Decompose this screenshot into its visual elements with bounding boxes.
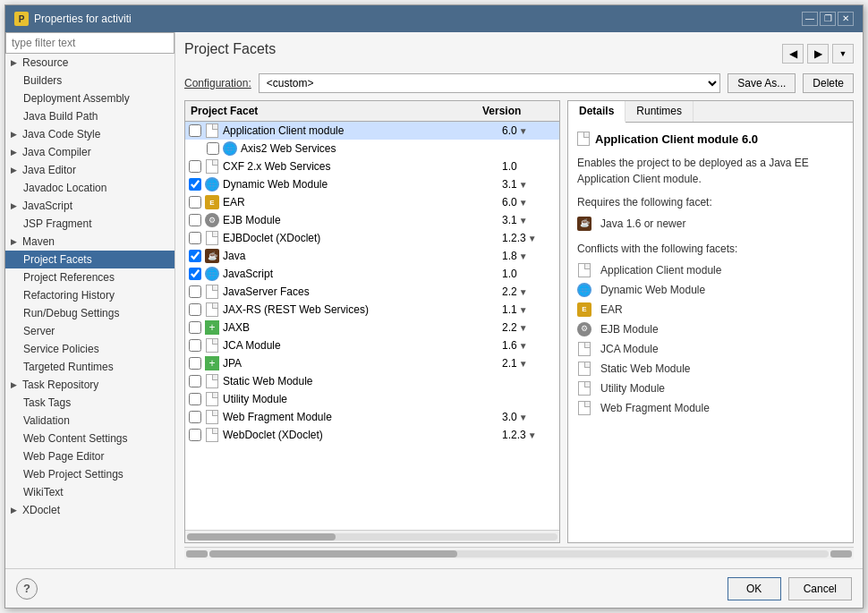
facet-version-dropdown[interactable]: ▼ bbox=[519, 216, 528, 226]
facet-version-dropdown[interactable]: ▼ bbox=[528, 234, 537, 243]
ok-button[interactable]: OK bbox=[728, 577, 781, 600]
close-button[interactable]: ✕ bbox=[838, 12, 854, 26]
sidebar-item-label-builders: Builders bbox=[23, 74, 62, 87]
sidebar-item-web-content-settings[interactable]: Web Content Settings bbox=[5, 430, 174, 447]
facet-row[interactable]: EJBDoclet (XDoclet)1.2.3▼ bbox=[185, 229, 559, 247]
facet-version-dropdown[interactable]: ▼ bbox=[519, 305, 528, 315]
sidebar-item-java-build-path[interactable]: Java Build Path bbox=[5, 107, 174, 125]
facet-row[interactable]: ☕Java1.8▼ bbox=[185, 247, 559, 265]
facet-checkbox-ejbdoclet[interactable] bbox=[189, 232, 201, 244]
facets-scrollbar-track bbox=[187, 533, 557, 541]
sidebar-item-resource[interactable]: ▶Resource bbox=[5, 54, 174, 72]
facet-version-dropdown[interactable]: ▼ bbox=[519, 359, 528, 369]
main-scrollbar[interactable] bbox=[184, 547, 854, 559]
facet-version-dropdown[interactable]: ▼ bbox=[528, 430, 537, 440]
facet-checkbox-utility-module[interactable] bbox=[189, 393, 201, 405]
facet-checkbox-javaserver-faces[interactable] bbox=[189, 285, 201, 298]
doc-icon bbox=[206, 428, 218, 442]
facet-row[interactable]: 🌐Dynamic Web Module3.1▼ bbox=[185, 175, 559, 193]
facet-row[interactable]: WebDoclet (XDoclet)1.2.3▼ bbox=[185, 426, 559, 444]
minimize-button[interactable]: — bbox=[802, 12, 818, 26]
facet-checkbox-web-fragment-module[interactable] bbox=[189, 411, 201, 423]
facet-checkbox-java[interactable] bbox=[189, 250, 201, 262]
sidebar: ▶ResourceBuildersDeployment AssemblyJava… bbox=[5, 32, 175, 568]
sidebar-item-service-policies[interactable]: Service Policies bbox=[5, 340, 174, 358]
facet-version-dropdown[interactable]: ▼ bbox=[519, 341, 528, 351]
sidebar-item-targeted-runtimes[interactable]: Targeted Runtimes bbox=[5, 358, 174, 376]
facet-row[interactable]: EEAR6.0▼ bbox=[185, 193, 559, 211]
facet-checkbox-jaxb[interactable] bbox=[189, 321, 201, 334]
facet-checkbox-webdoclet[interactable] bbox=[189, 429, 201, 441]
tab-runtimes[interactable]: Runtimes bbox=[625, 101, 694, 122]
sidebar-item-maven[interactable]: ▶Maven bbox=[5, 233, 174, 251]
facet-version-dropdown[interactable]: ▼ bbox=[519, 251, 528, 261]
facet-row[interactable]: Web Fragment Module3.0▼ bbox=[185, 408, 559, 426]
facet-version-dropdown[interactable]: ▼ bbox=[519, 180, 528, 190]
filter-input[interactable] bbox=[5, 32, 174, 54]
facet-row[interactable]: +JPA2.1▼ bbox=[185, 354, 559, 372]
facet-row[interactable]: Application Client module6.0▼ bbox=[185, 122, 559, 140]
sidebar-item-java-compiler[interactable]: ▶Java Compiler bbox=[5, 143, 174, 161]
facet-row[interactable]: 🌐JavaScript1.0 bbox=[185, 265, 559, 283]
sidebar-item-jsp-fragment[interactable]: JSP Fragment bbox=[5, 215, 174, 233]
facet-row[interactable]: JCA Module1.6▼ bbox=[185, 336, 559, 354]
facet-version: 3.1▼ bbox=[502, 178, 556, 191]
facet-checkbox-ejb-module[interactable] bbox=[189, 214, 201, 226]
facet-checkbox-jax-rs[interactable] bbox=[189, 303, 201, 316]
sidebar-item-xdoclet[interactable]: ▶XDoclet bbox=[5, 501, 174, 519]
facet-checkbox-jca-module[interactable] bbox=[189, 339, 201, 352]
facets-scrollbar[interactable] bbox=[185, 530, 559, 542]
sidebar-item-builders[interactable]: Builders bbox=[5, 72, 174, 89]
help-button[interactable]: ? bbox=[16, 578, 38, 600]
delete-button[interactable]: Delete bbox=[803, 73, 854, 93]
facet-checkbox-dynamic-web-module[interactable] bbox=[189, 178, 201, 191]
facet-row[interactable]: 🌐Axis2 Web Services bbox=[185, 140, 559, 158]
facet-checkbox-app-client-module[interactable] bbox=[189, 124, 201, 137]
facet-version-dropdown[interactable]: ▼ bbox=[519, 323, 528, 333]
facet-version-dropdown[interactable]: ▼ bbox=[519, 126, 528, 136]
sidebar-item-task-tags[interactable]: Task Tags bbox=[5, 394, 174, 412]
sidebar-item-server[interactable]: Server bbox=[5, 322, 174, 340]
facet-row[interactable]: Static Web Module bbox=[185, 372, 559, 390]
sidebar-item-task-repository[interactable]: ▶Task Repository bbox=[5, 376, 174, 394]
facet-checkbox-cxf-web-services[interactable] bbox=[189, 160, 201, 173]
sidebar-item-javadoc-location[interactable]: Javadoc Location bbox=[5, 179, 174, 197]
sidebar-item-project-facets[interactable]: Project Facets bbox=[5, 251, 174, 268]
facet-checkbox-static-web-module[interactable] bbox=[189, 375, 201, 387]
tab-details[interactable]: Details bbox=[568, 101, 625, 123]
sidebar-item-deployment-assembly[interactable]: Deployment Assembly bbox=[5, 89, 174, 107]
facet-version: 1.2.3▼ bbox=[502, 232, 556, 244]
forward-button[interactable]: ▶ bbox=[807, 44, 829, 64]
sidebar-item-web-page-editor[interactable]: Web Page Editor bbox=[5, 447, 174, 465]
facet-row[interactable]: JAX-RS (REST Web Services)1.1▼ bbox=[185, 301, 559, 319]
save-as-button[interactable]: Save As... bbox=[728, 73, 796, 93]
facet-row[interactable]: Utility Module bbox=[185, 390, 559, 408]
sidebar-item-javascript[interactable]: ▶JavaScript bbox=[5, 197, 174, 215]
sidebar-item-java-code-style[interactable]: ▶Java Code Style bbox=[5, 125, 174, 143]
back-button[interactable]: ◀ bbox=[782, 44, 804, 64]
sidebar-item-validation[interactable]: Validation bbox=[5, 412, 174, 430]
facet-row[interactable]: JavaServer Faces2.2▼ bbox=[185, 283, 559, 301]
facet-version-dropdown[interactable]: ▼ bbox=[519, 413, 528, 422]
facet-checkbox-javascript[interactable] bbox=[189, 268, 201, 280]
facet-row[interactable]: CXF 2.x Web Services1.0 bbox=[185, 158, 559, 175]
facet-checkbox-ear[interactable] bbox=[189, 196, 201, 209]
cancel-button[interactable]: Cancel bbox=[788, 577, 852, 600]
facet-version-dropdown[interactable]: ▼ bbox=[519, 287, 528, 297]
sidebar-item-project-references[interactable]: Project References bbox=[5, 268, 174, 286]
sidebar-item-refactoring-history[interactable]: Refactoring History bbox=[5, 286, 174, 304]
config-select[interactable]: <custom> bbox=[259, 73, 721, 93]
facet-version-dropdown[interactable]: ▼ bbox=[519, 198, 528, 208]
sidebar-item-run-debug-settings[interactable]: Run/Debug Settings bbox=[5, 304, 174, 322]
toolbar-dropdown-button[interactable]: ▼ bbox=[832, 44, 854, 64]
facet-checkbox-axis2-web-services[interactable] bbox=[207, 142, 219, 155]
facet-row[interactable]: ⚙EJB Module3.1▼ bbox=[185, 211, 559, 229]
sidebar-item-java-editor[interactable]: ▶Java Editor bbox=[5, 161, 174, 179]
facet-row[interactable]: +JAXB2.2▼ bbox=[185, 319, 559, 336]
scroll-right-btn[interactable] bbox=[830, 550, 852, 558]
facet-checkbox-jpa[interactable] bbox=[189, 357, 201, 370]
sidebar-item-wikitext[interactable]: WikiText bbox=[5, 483, 174, 501]
sidebar-item-web-project-settings[interactable]: Web Project Settings bbox=[5, 465, 174, 483]
restore-button[interactable]: ❐ bbox=[820, 12, 836, 26]
scroll-left-btn[interactable] bbox=[186, 550, 208, 558]
